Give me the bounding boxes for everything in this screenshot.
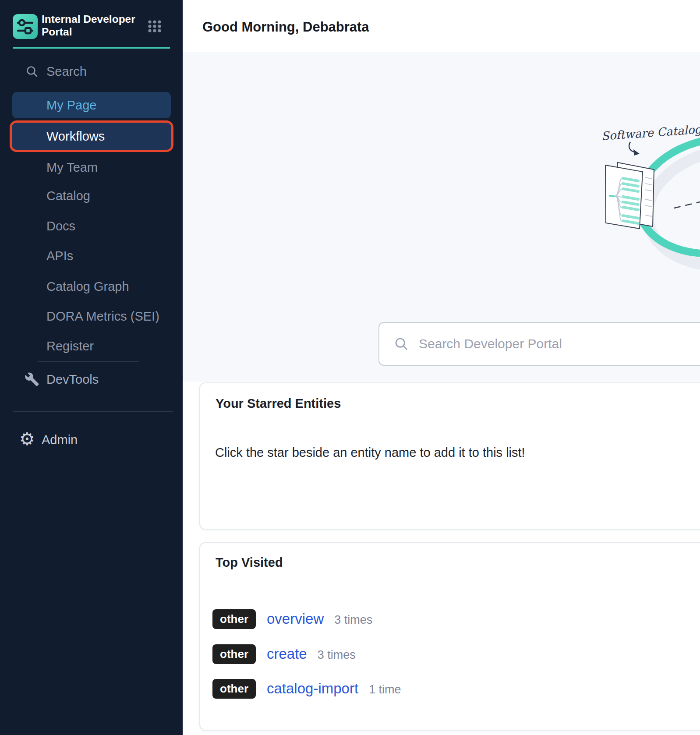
sidebar-item-label: Admin [42,430,78,449]
sidebar-divider [38,361,139,362]
sidebar-item-devtools[interactable]: DevTools [0,370,183,389]
sidebar-item-label: Workflows [46,123,105,150]
search-icon [394,337,408,351]
wrench-icon [25,372,39,387]
top-visited-row: other create 3 times [212,644,356,664]
kind-badge: other [212,644,256,664]
portal-search-bar[interactable] [378,322,700,366]
sidebar-item-catalog[interactable]: Catalog [0,186,183,205]
visit-count: 1 time [369,681,401,696]
visit-count: 3 times [318,647,356,662]
illustration-label: Software Catalog [601,123,700,143]
sidebar-item-docs[interactable]: Docs [0,216,183,236]
hero-banner: Software Catalog [183,52,700,382]
page-title-greeting: Good Morning, Debabrata [202,19,369,35]
sidebar-item-workflows-annotated[interactable]: Workflows [10,120,173,152]
sidebar-item-label: Register [46,336,94,356]
entity-link[interactable]: create [267,646,307,662]
sidebar-item-label: Catalog [46,186,90,205]
app-logo-icon [13,14,38,39]
sidebar-item-label: Search [46,62,87,81]
sidebar-item-label: DORA Metrics (SEI) [46,307,159,326]
search-input[interactable] [418,336,700,352]
sidebar-item-search[interactable]: Search [0,62,183,81]
kind-badge: other [212,679,256,699]
starred-entities-card: Your Starred Entities Click the star bes… [199,382,700,530]
entity-link[interactable]: overview [267,611,324,627]
sidebar-item-apis[interactable]: APIs [0,246,183,265]
sidebar-accent-rule [13,47,170,49]
top-visited-row: other overview 3 times [212,609,372,629]
visit-count: 3 times [334,611,372,627]
kind-badge: other [212,609,256,629]
sidebar-item-label: Catalog Graph [46,277,129,296]
app-title: Internal Developer Portal [42,13,145,38]
sidebar-item-label: DevTools [46,370,99,389]
search-icon [26,65,38,78]
sidebar-item-label: My Team [46,158,98,177]
sidebar-item-label: APIs [46,246,73,265]
internal-developer-portal-app: { "app": { "name": "Internal Developer P… [0,0,700,735]
sidebar-item-my-team[interactable]: My Team [0,158,183,177]
top-visited-card: Top Visited other overview 3 times other… [199,542,700,731]
starred-empty-message: Click the star beside an entity name to … [215,445,525,460]
dashed-line [674,202,700,208]
gear-icon: ⚙ [19,429,35,449]
sidebar-divider [13,411,173,412]
sidebar-item-label: Docs [46,216,75,236]
sidebar-item-dora-metrics[interactable]: DORA Metrics (SEI) [0,307,183,326]
sidebar-item-register[interactable]: Register [0,336,183,356]
top-visited-row: other catalog-import 1 time [212,678,401,699]
card-title: Your Starred Entities [216,396,341,411]
entity-link[interactable]: catalog-import [267,680,358,697]
sidebar-item-admin[interactable]: ⚙ Admin [0,430,183,449]
sidebar-item-label: My Page [46,92,96,118]
card-title: Top Visited [216,555,283,570]
sidebar: Internal Developer Portal Search My Page… [0,0,183,735]
app-launcher-grid-icon[interactable] [148,20,161,32]
sidebar-item-my-page[interactable]: My Page [12,92,171,118]
sidebar-item-catalog-graph[interactable]: Catalog Graph [0,277,183,296]
main-content: Good Morning, Debabrata [183,0,700,735]
